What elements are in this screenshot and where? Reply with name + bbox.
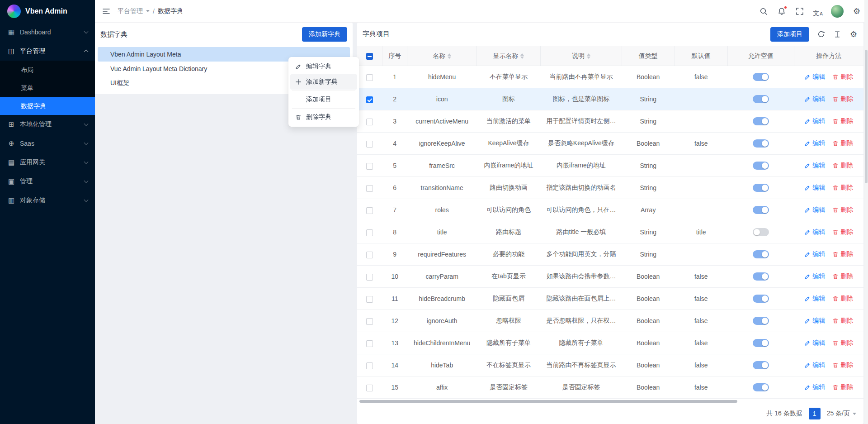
allow-null-toggle[interactable] bbox=[753, 317, 769, 325]
avatar[interactable] bbox=[831, 5, 844, 18]
context-menu-item-2[interactable]: 添加项目 bbox=[290, 92, 357, 107]
edit-button[interactable]: 编辑 bbox=[804, 184, 825, 192]
row-checkbox[interactable] bbox=[366, 318, 373, 325]
row-checkbox[interactable] bbox=[366, 252, 373, 258]
edit-button[interactable]: 编辑 bbox=[804, 295, 825, 303]
edit-button[interactable]: 编辑 bbox=[804, 383, 825, 391]
page-size-select[interactable]: 25 条/页 bbox=[827, 410, 856, 418]
edit-button[interactable]: 编辑 bbox=[804, 206, 825, 214]
delete-button[interactable]: 删除 bbox=[832, 95, 853, 103]
delete-button[interactable]: 删除 bbox=[832, 317, 853, 325]
delete-button[interactable]: 删除 bbox=[832, 272, 853, 281]
edit-button[interactable]: 编辑 bbox=[804, 228, 825, 236]
edit-button[interactable]: 编辑 bbox=[804, 139, 825, 148]
allow-null-toggle[interactable] bbox=[753, 272, 769, 281]
sidebar-subitem-1-0[interactable]: 布局 bbox=[0, 61, 95, 79]
delete-button[interactable]: 删除 bbox=[832, 250, 853, 258]
row-height-icon[interactable] bbox=[833, 30, 842, 39]
fullscreen-icon[interactable] bbox=[795, 6, 805, 16]
delete-button[interactable]: 删除 bbox=[832, 184, 853, 192]
sort-icon[interactable] bbox=[520, 53, 524, 59]
edit-button[interactable]: 编辑 bbox=[804, 250, 825, 258]
context-menu-item-0[interactable]: 编辑字典 bbox=[290, 59, 357, 74]
sidebar-subitem-1-1[interactable]: 菜单 bbox=[0, 79, 95, 97]
breadcrumb-parent[interactable]: 平台管理 bbox=[118, 7, 143, 15]
horizontal-scrollbar[interactable] bbox=[359, 400, 862, 403]
translate-icon[interactable]: 文A bbox=[813, 6, 823, 16]
delete-button[interactable]: 删除 bbox=[832, 295, 853, 303]
row-checkbox[interactable] bbox=[366, 340, 373, 347]
sidebar-item-0[interactable]: ▦Dashboard bbox=[0, 23, 95, 42]
allow-null-toggle[interactable] bbox=[753, 339, 769, 347]
allow-null-toggle[interactable] bbox=[753, 184, 769, 192]
bell-icon[interactable] bbox=[777, 6, 787, 16]
allow-null-toggle[interactable] bbox=[753, 383, 769, 391]
row-checkbox[interactable] bbox=[366, 185, 373, 192]
delete-button[interactable]: 删除 bbox=[832, 383, 853, 391]
row-checkbox[interactable] bbox=[366, 207, 373, 214]
sidebar-item-1[interactable]: ◫平台管理 bbox=[0, 42, 95, 61]
search-icon[interactable] bbox=[759, 6, 769, 16]
edit-button[interactable]: 编辑 bbox=[804, 317, 825, 325]
sidebar-item-4[interactable]: ▤应用网关 bbox=[0, 153, 95, 172]
allow-null-toggle[interactable] bbox=[753, 95, 769, 103]
page-1-button[interactable]: 1 bbox=[809, 408, 821, 419]
delete-button[interactable]: 删除 bbox=[832, 117, 853, 125]
row-checkbox[interactable] bbox=[366, 96, 373, 103]
edit-button[interactable]: 编辑 bbox=[804, 361, 825, 369]
select-all-checkbox[interactable] bbox=[366, 53, 373, 60]
context-menu-item-3[interactable]: 删除字典 bbox=[290, 110, 357, 125]
allow-null-toggle[interactable] bbox=[753, 250, 769, 258]
edit-button[interactable]: 编辑 bbox=[804, 95, 825, 103]
sidebar-item-6[interactable]: ▥对象存储 bbox=[0, 191, 95, 210]
row-checkbox[interactable] bbox=[366, 163, 373, 170]
sort-icon[interactable] bbox=[448, 53, 451, 59]
row-checkbox[interactable] bbox=[366, 229, 373, 236]
delete-button[interactable]: 删除 bbox=[832, 73, 853, 81]
edit-button[interactable]: 编辑 bbox=[804, 339, 825, 347]
sidebar-subitem-1-2[interactable]: 数据字典 bbox=[0, 97, 95, 115]
allow-null-toggle[interactable] bbox=[753, 73, 769, 81]
sort-icon[interactable] bbox=[587, 53, 590, 59]
table-settings-icon[interactable]: ⚙ bbox=[849, 30, 858, 39]
row-checkbox[interactable] bbox=[366, 74, 373, 81]
delete-button[interactable]: 删除 bbox=[832, 339, 853, 347]
row-checkbox[interactable] bbox=[366, 119, 373, 125]
horizontal-scrollbar-thumb[interactable] bbox=[359, 400, 737, 403]
sidebar-item-3[interactable]: ⊕Saas bbox=[0, 134, 95, 153]
delete-button[interactable]: 删除 bbox=[832, 361, 853, 369]
allow-null-toggle[interactable] bbox=[753, 139, 769, 148]
edit-button[interactable]: 编辑 bbox=[804, 162, 825, 170]
delete-button[interactable]: 删除 bbox=[832, 162, 853, 170]
context-menu-item-1[interactable]: 添加新字典 bbox=[290, 74, 357, 90]
refresh-icon[interactable] bbox=[816, 30, 826, 39]
row-checkbox[interactable] bbox=[366, 385, 373, 391]
column-header-name[interactable]: 名称 bbox=[407, 46, 476, 66]
allow-null-toggle[interactable] bbox=[753, 206, 769, 214]
settings-gear-icon[interactable]: ⚙ bbox=[852, 6, 862, 16]
row-checkbox[interactable] bbox=[366, 296, 373, 303]
edit-button[interactable]: 编辑 bbox=[804, 117, 825, 125]
vertical-scrollbar[interactable] bbox=[864, 0, 868, 424]
row-checkbox[interactable] bbox=[366, 141, 373, 148]
column-header-desc[interactable]: 说明 bbox=[541, 46, 622, 66]
edit-button[interactable]: 编辑 bbox=[804, 73, 825, 81]
column-header-display[interactable]: 显示名称 bbox=[476, 46, 540, 66]
allow-null-toggle[interactable] bbox=[753, 361, 769, 369]
delete-button[interactable]: 删除 bbox=[832, 139, 853, 148]
edit-button[interactable]: 编辑 bbox=[804, 272, 825, 281]
add-dictionary-button[interactable]: 添加新字典 bbox=[302, 27, 347, 42]
delete-button[interactable]: 删除 bbox=[832, 206, 853, 214]
allow-null-toggle[interactable] bbox=[753, 228, 769, 236]
vertical-scrollbar-thumb[interactable] bbox=[865, 50, 868, 183]
sidebar-item-5[interactable]: ▣管理 bbox=[0, 172, 95, 191]
allow-null-toggle[interactable] bbox=[753, 117, 769, 125]
add-item-button[interactable]: 添加项目 bbox=[770, 27, 809, 42]
row-checkbox[interactable] bbox=[366, 362, 373, 369]
allow-null-toggle[interactable] bbox=[753, 295, 769, 303]
logo[interactable]: Vben Admin bbox=[0, 0, 95, 23]
row-checkbox[interactable] bbox=[366, 274, 373, 281]
delete-button[interactable]: 删除 bbox=[832, 228, 853, 236]
allow-null-toggle[interactable] bbox=[753, 162, 769, 170]
sidebar-fold-icon[interactable] bbox=[101, 6, 111, 16]
